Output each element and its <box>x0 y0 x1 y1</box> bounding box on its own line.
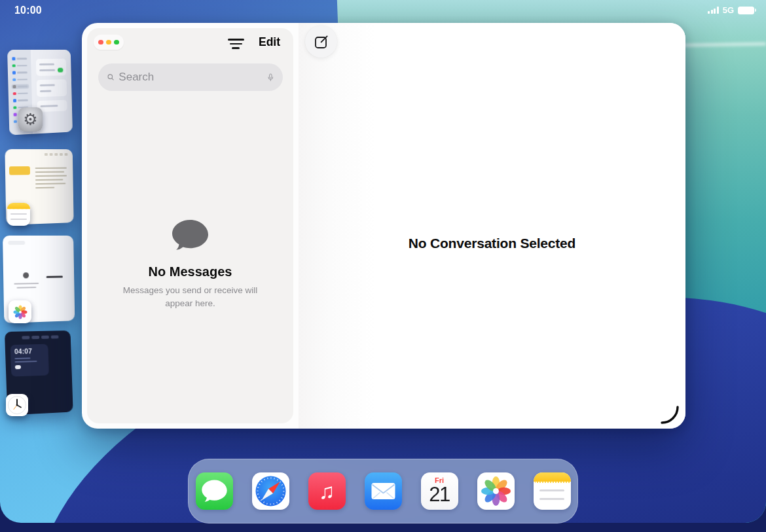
search-input[interactable] <box>119 71 263 84</box>
dock-music-icon[interactable]: ♫ <box>308 472 346 510</box>
microphone-icon[interactable] <box>268 71 274 84</box>
compose-button[interactable] <box>305 26 337 58</box>
no-messages-title: No Messages <box>87 264 293 279</box>
dock-notes-icon[interactable] <box>534 472 571 510</box>
chat-bubble-icon <box>172 219 209 253</box>
dock: ♫ Fri 21 <box>188 459 578 523</box>
messages-window: No Conversation Selected Edit <box>82 23 685 429</box>
dock-messages-icon[interactable] <box>196 472 233 510</box>
notes-icon-header <box>534 472 571 483</box>
window-controls[interactable] <box>94 35 124 50</box>
dock-calendar-icon[interactable]: Fri 21 <box>421 472 458 510</box>
battery-full-icon <box>738 7 754 14</box>
status-bar: 10:00 5G <box>0 0 766 20</box>
messages-sidebar: Edit No Messages Messages you se <box>87 28 293 423</box>
photos-flower-icon[interactable] <box>9 300 31 323</box>
dock-photos-icon[interactable] <box>477 472 515 510</box>
window-resize-handle[interactable] <box>660 405 680 425</box>
search-bar[interactable] <box>98 63 283 91</box>
clock-icon[interactable] <box>6 394 28 416</box>
music-note-glyph: ♫ <box>319 480 335 502</box>
square-and-pencil-icon <box>314 34 329 50</box>
conversation-panel: No Conversation Selected <box>299 23 685 429</box>
close-window-dot <box>98 40 103 45</box>
no-messages-empty-state: No Messages Messages you send or receive… <box>87 219 293 310</box>
dock-mail-icon[interactable] <box>365 472 402 510</box>
calendar-day-label: 21 <box>429 484 449 506</box>
cellular-bars-icon <box>708 7 719 14</box>
notes-icon[interactable] <box>7 203 30 226</box>
minimize-window-dot <box>106 40 111 45</box>
magnifier-icon <box>107 71 114 83</box>
clock-thumbnail-worldclock-card: 04:07 <box>10 344 49 377</box>
filter-lines-icon[interactable] <box>227 36 245 52</box>
settings-gear-icon[interactable]: ⚙ <box>18 107 43 132</box>
zoom-window-dot <box>114 40 119 45</box>
no-messages-caption: Messages you send or receive will appear… <box>111 284 270 310</box>
notes-thumbnail-selected-note <box>9 166 30 175</box>
edit-button[interactable]: Edit <box>259 35 280 49</box>
status-time: 10:00 <box>14 5 42 16</box>
no-conversation-title: No Conversation Selected <box>299 236 685 251</box>
photos-thumbnail-glyph <box>23 272 29 278</box>
dock-safari-icon[interactable] <box>252 472 289 510</box>
toggle-on-icon <box>58 68 64 73</box>
stage-manager-strip: ⚙ <box>0 0 85 532</box>
network-type-label: 5G <box>723 5 734 15</box>
clock-thumbnail-time: 04:07 <box>14 347 45 355</box>
ipad-screen: 10:00 5G <box>0 0 766 532</box>
